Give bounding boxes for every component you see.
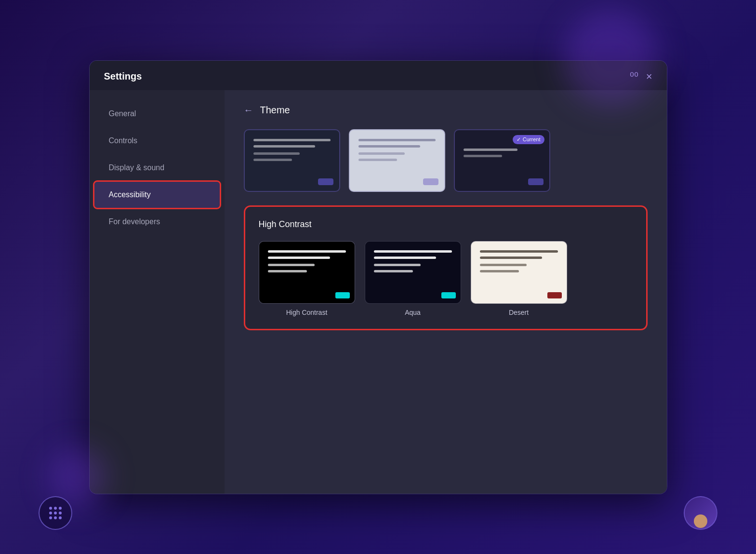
main-panel: ← Theme (225, 90, 667, 494)
avatar-figure (685, 497, 716, 529)
dark-line-3 (253, 152, 300, 155)
hc-aqua-line-2 (374, 257, 437, 259)
light-theme-badge (423, 178, 438, 185)
hc-card-desert[interactable]: Desert (471, 241, 567, 316)
avatar-head (694, 514, 707, 528)
current-line-1 (464, 149, 517, 151)
hc-aqua-lines (365, 242, 461, 272)
hc-aqua-line-3 (374, 264, 421, 266)
dark-line-4 (253, 159, 292, 161)
hc-dark-lines (259, 242, 355, 272)
page-title: Theme (260, 105, 290, 116)
theme-header: ← Theme (244, 105, 648, 116)
sidebar-item-display-sound[interactable]: Display & sound (94, 155, 220, 181)
light-line-4 (358, 159, 397, 161)
dark-theme-lines (245, 130, 339, 161)
hc-aqua-image (365, 241, 461, 304)
theme-card-dark[interactable] (244, 129, 340, 192)
hc-dark-line-1 (268, 250, 346, 253)
dark-theme-badge (318, 178, 333, 185)
sidebar-item-controls[interactable]: Controls (94, 128, 220, 154)
hc-desert-line-3 (480, 264, 527, 266)
high-contrast-title: High Contrast (259, 219, 633, 230)
dark-line-2 (253, 145, 315, 148)
user-avatar[interactable] (684, 496, 717, 530)
hc-dark-line-4 (268, 270, 307, 272)
light-line-2 (358, 145, 420, 148)
current-line-2 (464, 155, 502, 157)
settings-window: Settings ⁰⁰ × General Controls Display &… (89, 60, 667, 494)
hc-dark-label: High Contrast (259, 309, 355, 316)
hc-desert-badge (547, 292, 562, 298)
bg-decoration-1 (563, 10, 660, 106)
light-line-1 (358, 139, 436, 141)
hc-dark-badge (335, 292, 350, 298)
current-theme-indicator (528, 178, 544, 185)
hc-dark-image (259, 241, 355, 304)
hc-card-aqua[interactable]: Aqua (365, 241, 461, 316)
hc-aqua-badge (441, 292, 456, 298)
hc-aqua-line-1 (374, 250, 452, 253)
hc-desert-label: Desert (471, 309, 567, 316)
hc-aqua-label: Aqua (365, 309, 461, 316)
sidebar-item-general[interactable]: General (94, 101, 220, 127)
light-line-3 (358, 152, 405, 155)
sidebar: General Controls Display & sound Accessi… (90, 90, 225, 494)
back-button[interactable]: ← (244, 105, 253, 116)
apps-button[interactable] (39, 496, 72, 530)
window-title: Settings (104, 71, 142, 82)
apps-grid-icon (49, 507, 62, 519)
theme-card-current[interactable]: Current (454, 129, 550, 192)
light-theme-lines (350, 130, 444, 161)
hc-dark-line-2 (268, 257, 331, 259)
high-contrast-section: High Contrast (244, 205, 648, 330)
hc-desert-line-2 (480, 257, 543, 259)
hc-card-dark[interactable]: High Contrast (259, 241, 355, 316)
hc-desert-line-4 (480, 270, 519, 272)
hc-dark-line-3 (268, 264, 315, 266)
hc-desert-line-1 (480, 250, 558, 253)
theme-card-light[interactable] (349, 129, 445, 192)
current-theme-badge: Current (513, 135, 544, 144)
theme-cards-row: Current (244, 129, 648, 192)
sidebar-item-for-developers[interactable]: For developers (94, 209, 220, 235)
hc-desert-image (471, 241, 567, 304)
hc-desert-lines (471, 242, 567, 272)
dark-line-1 (253, 139, 331, 141)
sidebar-item-accessibility[interactable]: Accessibility (94, 182, 220, 208)
content-area: General Controls Display & sound Accessi… (90, 90, 667, 494)
hc-aqua-line-4 (374, 270, 413, 272)
hc-cards-row: High Contrast A (259, 241, 633, 316)
